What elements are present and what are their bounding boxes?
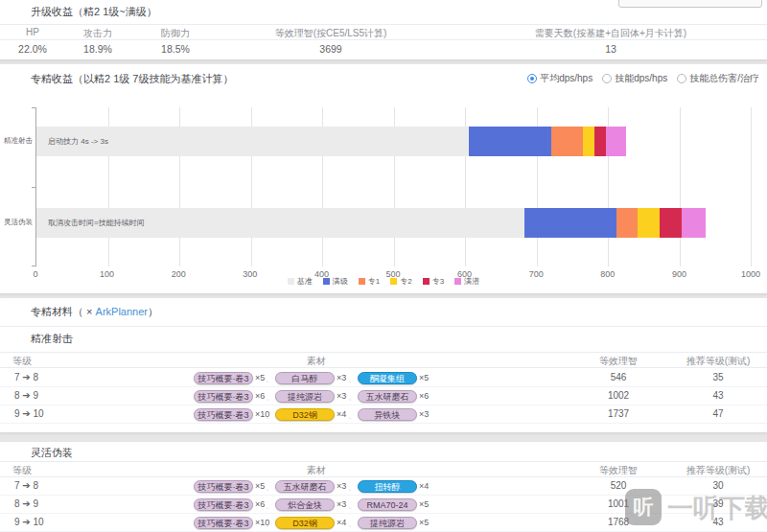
rec-level-cell: 35 xyxy=(674,372,762,382)
radio-icon[interactable] xyxy=(602,74,612,83)
chart-segment-专1 xyxy=(551,127,583,156)
material-chip[interactable]: 提纯源岩 xyxy=(358,517,417,529)
material-count: ×5 xyxy=(419,499,429,509)
stat-header-atk: 攻击力 xyxy=(69,27,127,40)
material-chip[interactable]: 酮凝集组 xyxy=(358,372,417,384)
chart-plot-area: 启动技力 4s -> 3s取消攻击时间=技能持续时间 xyxy=(35,107,751,266)
radio-option[interactable]: 平均dps/hps xyxy=(527,72,593,85)
material-separator: 、 xyxy=(348,373,357,385)
material-chip[interactable]: RMA70-24 xyxy=(358,498,417,511)
legend-item[interactable]: 专2 xyxy=(390,276,411,287)
chart-category-skill1: 精准射击 xyxy=(2,136,33,146)
table1-rows: 7 ➔ 8技巧概要·卷3×5、白马醇×3、酮凝集组×5546358 ➔ 9技巧概… xyxy=(0,369,767,424)
chart-annotation: 启动技力 4s -> 3s xyxy=(48,127,108,156)
material-chip[interactable]: 炽合金块 xyxy=(275,498,335,511)
legend-item[interactable]: 满潜 xyxy=(454,276,479,287)
material-count: ×6 xyxy=(255,499,265,509)
material-chip[interactable]: 技巧概要·卷3 xyxy=(194,480,253,493)
material-count: ×5 xyxy=(255,481,265,491)
material-separator: 、 xyxy=(266,409,274,422)
radio-group: 平均dps/hps技能dps/hps技能总伤害/治疗 xyxy=(527,72,759,85)
material-chip[interactable]: D32钢 xyxy=(275,408,335,421)
mastery-benefit-title: 专精收益（以精2 1级 7级技能为基准计算） xyxy=(31,72,233,86)
legend-swatch xyxy=(359,278,365,285)
stat-value-days: 13 xyxy=(460,43,761,55)
arkplanner-link[interactable]: ArkPlanner xyxy=(96,306,148,317)
radio-icon[interactable] xyxy=(677,74,686,83)
material-count: ×3 xyxy=(419,409,429,419)
chart-segment-专2 xyxy=(583,127,594,156)
material-count: ×6 xyxy=(255,391,265,401)
material-chip[interactable]: 技巧概要·卷3 xyxy=(194,390,253,403)
mastery-materials-card-2: 灵活伪装 等级 素材 等效理智 推荐等级(测试) 7 ➔ 8技巧概要·卷3×5、… xyxy=(0,442,767,532)
col-sanity: 等效理智 xyxy=(575,355,662,368)
legend-item[interactable]: 专3 xyxy=(423,276,444,287)
material-chip[interactable]: 提纯源岩 xyxy=(275,390,335,403)
legend-label: 专2 xyxy=(400,276,411,287)
col-level: 等级 xyxy=(12,464,32,477)
material-count: ×4 xyxy=(337,518,346,527)
material-chip[interactable]: 五水研磨石 xyxy=(358,390,417,403)
material-chip[interactable]: 扭转醇 xyxy=(358,480,417,493)
level-cell: 9 ➔ 10 xyxy=(14,517,44,527)
sanity-cell: 1001 xyxy=(575,498,662,509)
material-chip[interactable]: 异铁块 xyxy=(358,408,417,421)
material-count: ×5 xyxy=(255,373,265,382)
chart-axis-tick xyxy=(32,107,36,108)
table-row: 8 ➔ 9技巧概要·卷3×6、炽合金块×3、RMA70-24×5100139 xyxy=(0,496,767,514)
radio-option[interactable]: 技能总伤害/治疗 xyxy=(677,72,759,85)
stats-header-row: HP 攻击力 防御力 等效理智(按CE5/LS5计算) 需要天数(按基建+自回体… xyxy=(0,24,767,40)
material-chip[interactable]: 技巧概要·卷3 xyxy=(194,372,253,384)
material-separator: 、 xyxy=(348,391,357,404)
radio-label: 技能dps/hps xyxy=(615,72,667,85)
col-level: 等级 xyxy=(12,355,32,368)
chart-category-skill2: 灵活伪装 xyxy=(2,218,33,227)
material-count: ×3 xyxy=(337,391,346,401)
material-count: ×3 xyxy=(337,499,346,509)
material-chip[interactable]: D32钢 xyxy=(275,517,335,529)
material-count: ×6 xyxy=(419,391,429,401)
rec-level-cell: 30 xyxy=(674,480,762,491)
legend-item[interactable]: 专1 xyxy=(359,276,380,287)
material-chip[interactable]: 白马醇 xyxy=(275,372,335,384)
material-count: ×4 xyxy=(337,409,346,419)
legend-item[interactable]: 满级 xyxy=(323,276,348,287)
level-cell: 8 ➔ 9 xyxy=(14,498,38,509)
level-cell: 8 ➔ 9 xyxy=(14,390,38,401)
radio-icon[interactable] xyxy=(527,74,537,83)
table2-title: 灵活伪装 xyxy=(31,446,73,460)
material-chip[interactable]: 技巧概要·卷3 xyxy=(194,408,253,421)
col-rec-level: 推荐等级(测试) xyxy=(674,464,762,477)
mastery-materials-title: 专精材料（ × ArkPlanner） xyxy=(31,305,158,319)
table-row: 9 ➔ 10技巧概要·卷3×10、D32钢×4、提纯源岩×5176843 xyxy=(0,514,767,532)
material-chip[interactable]: 技巧概要·卷3 xyxy=(194,498,253,511)
material-chip[interactable]: 技巧概要·卷3 xyxy=(194,517,253,529)
level-cell: 7 ➔ 8 xyxy=(14,372,38,382)
material-separator: 、 xyxy=(266,499,274,512)
divider xyxy=(0,326,767,327)
level-cell: 9 ➔ 10 xyxy=(14,408,44,419)
cutoff-top-button[interactable] xyxy=(618,0,762,8)
legend-swatch xyxy=(323,278,330,285)
legend-swatch xyxy=(390,278,397,285)
chart-segment-满级 xyxy=(524,208,616,238)
legend-label: 专3 xyxy=(432,276,444,287)
material-count: ×5 xyxy=(419,373,429,382)
material-count: ×5 xyxy=(419,518,429,527)
upgrade-benefit-title: 升级收益（精2 1级~满级） xyxy=(31,5,157,19)
mastery-benefit-card: 专精收益（以精2 1级 7级技能为基准计算） 平均dps/hps技能dps/hp… xyxy=(0,64,767,294)
stat-value-sanity: 3699 xyxy=(216,43,446,55)
radio-option[interactable]: 技能dps/hps xyxy=(602,72,667,85)
chart-segment-专2 xyxy=(638,208,659,238)
chart-segment-专1 xyxy=(616,208,638,238)
stat-value-hp: 22.0% xyxy=(4,43,61,55)
level-cell: 7 ➔ 8 xyxy=(14,480,38,491)
legend-swatch xyxy=(423,278,430,285)
material-chip[interactable]: 五水研磨石 xyxy=(275,480,335,493)
rec-level-cell: 43 xyxy=(674,390,762,401)
stat-value-atk: 18.9% xyxy=(69,43,127,55)
material-separator: 、 xyxy=(266,518,274,530)
chart-bar-1: 启动技力 4s -> 3s xyxy=(36,127,751,156)
material-separator: 、 xyxy=(348,409,357,422)
legend-item[interactable]: 基准 xyxy=(288,276,313,287)
